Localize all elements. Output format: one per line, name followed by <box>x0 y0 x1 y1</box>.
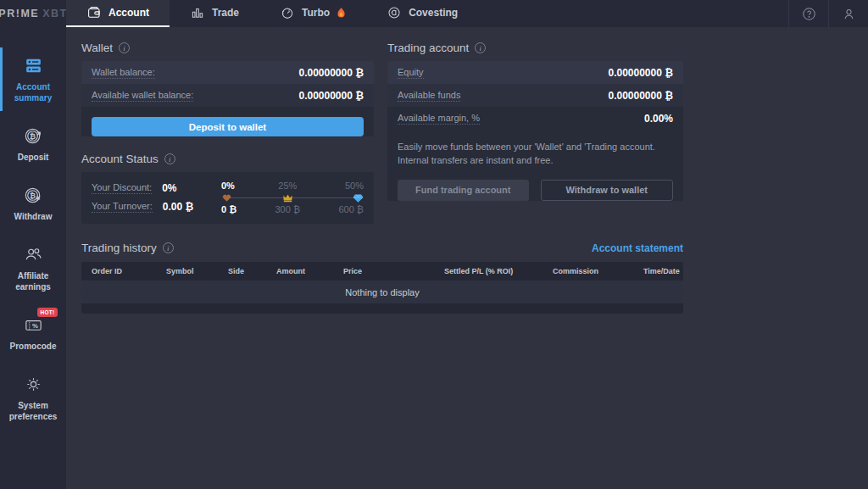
wallet-balance-label: Wallet balance: <box>92 67 155 79</box>
sidebar-item-system-preferences[interactable]: System preferences <box>0 363 66 433</box>
turnover-label: Your Turnover: <box>92 201 153 213</box>
equity-row: Equity 0.00000000 ₿ <box>387 61 683 84</box>
transfer-note: Easily move funds between your 'Wallet' … <box>398 141 673 168</box>
milestone-percent: 50% <box>345 180 364 192</box>
table-footer <box>81 303 683 314</box>
primexbt-logo[interactable]: PR!ME XBT <box>0 0 66 27</box>
available-funds-row: Available funds 0.00000000 ₿ <box>387 84 683 107</box>
fund-trading-account-button[interactable]: Fund trading account <box>398 180 529 201</box>
discount-pair: Your Discount: 0% <box>92 180 204 197</box>
account-status-title-text: Account Status <box>81 153 159 165</box>
trading-history-section-title: Trading history i <box>81 241 174 255</box>
col-side: Side <box>228 267 276 275</box>
milestone-1: 25% 300 ₿ <box>275 180 301 215</box>
milestone-2: 50% 600 ₿ <box>338 180 364 215</box>
deposit-icon: ₿ <box>23 125 44 147</box>
milestone-amount: 600 ₿ <box>338 203 364 215</box>
milestone-0: 0% 0 ₿ <box>221 180 236 215</box>
account-status-section-title: Account Status i <box>81 152 374 166</box>
trading-history-info-icon[interactable]: i <box>163 242 174 253</box>
tab-turbo[interactable]: Turbo <box>259 0 366 27</box>
sidebar-item-label: System preferences <box>3 400 64 422</box>
milestone-percent: 25% <box>278 180 297 192</box>
available-funds-value: 0.00000000 ₿ <box>608 90 673 102</box>
sidebar-item-label: Account summary <box>3 81 64 103</box>
empty-state-row: Nothing to display <box>81 281 683 303</box>
col-time-date: Time/Date <box>643 267 680 275</box>
main-nav-tabs: Account Trade Turbo Covesting <box>66 0 788 27</box>
svg-text:₿: ₿ <box>30 191 36 199</box>
available-wallet-balance-label: Available wallet balance: <box>92 90 193 102</box>
svg-text:₿: ₿ <box>30 131 36 140</box>
wallet-panel: Wallet balance: 0.00000000 ₿ Available w… <box>81 61 374 136</box>
gear-icon <box>23 373 44 395</box>
trading-account-info-icon[interactable]: i <box>475 42 486 53</box>
discount-label: Your Discount: <box>92 182 152 194</box>
col-commission: Commission <box>553 267 643 275</box>
account-status-panel: Your Discount: 0% Your Turnover: 0.00 ₿ … <box>81 172 374 224</box>
deposit-to-wallet-button[interactable]: Deposit to wallet <box>92 117 364 136</box>
trading-account-panel: Equity 0.00000000 ₿ Available funds 0.00… <box>387 61 683 201</box>
tab-covesting-label: Covesting <box>409 7 458 19</box>
turnover-pair: Your Turnover: 0.00 ₿ <box>92 198 204 215</box>
tab-trade-label: Trade <box>212 7 239 19</box>
col-amount: Amount <box>276 267 343 275</box>
trading-account-title-text: Trading account <box>387 42 469 54</box>
turnover-value: 0.00 ₿ <box>163 201 193 213</box>
user-icon <box>841 6 857 22</box>
sidebar-item-promocode[interactable]: % HOT! Promocode <box>0 303 66 363</box>
available-margin-label: Available margin, % <box>398 113 480 125</box>
milestone-amount: 300 ₿ <box>275 203 301 215</box>
col-price: Price <box>343 267 444 275</box>
withdraw-to-wallet-button[interactable]: Withdraw to wallet <box>541 180 674 201</box>
wallet-icon <box>86 5 102 20</box>
sidebar: Account summary ₿ Deposit ₿ Withdraw Aff… <box>0 27 66 489</box>
gold-crown-icon <box>282 192 293 203</box>
main-content: Wallet i Wallet balance: 0.00000000 ₿ Av… <box>66 27 868 489</box>
account-summary-icon <box>23 54 44 76</box>
flame-icon <box>337 8 346 19</box>
milestone-percent: 0% <box>221 180 235 192</box>
sidebar-item-withdraw[interactable]: ₿ Withdraw <box>0 174 66 233</box>
logo-secondary: XBT <box>42 8 68 19</box>
available-margin-value: 0.00% <box>644 113 673 125</box>
available-funds-label: Available funds <box>398 90 460 102</box>
col-symbol: Symbol <box>166 267 228 275</box>
tab-turbo-label: Turbo <box>302 7 330 19</box>
tab-trade[interactable]: Trade <box>170 0 259 27</box>
sidebar-item-account-summary[interactable]: Account summary <box>0 44 66 114</box>
account-statement-link[interactable]: Account statement <box>592 242 683 254</box>
wallet-title-text: Wallet <box>81 42 113 54</box>
col-settled-pl: Settled P/L (% ROI) <box>444 267 553 275</box>
sidebar-item-deposit[interactable]: ₿ Deposit <box>0 114 66 174</box>
status-values: Your Discount: 0% Your Turnover: 0.00 ₿ <box>92 180 204 215</box>
promocode-icon: % HOT! <box>23 314 44 336</box>
sidebar-item-affiliate-earnings[interactable]: Affiliate earnings <box>0 233 66 303</box>
available-wallet-balance-value: 0.00000000 ₿ <box>298 90 364 102</box>
table-header-row: Order ID Symbol Side Amount Price Settle… <box>81 262 683 281</box>
trading-history-table: Order ID Symbol Side Amount Price Settle… <box>81 262 683 314</box>
sidebar-item-label: Withdraw <box>14 211 53 222</box>
profile-button[interactable] <box>828 0 868 27</box>
milestone-amount: 0 ₿ <box>221 203 236 215</box>
covesting-icon <box>387 5 402 20</box>
tab-covesting[interactable]: Covesting <box>366 0 478 27</box>
equity-value: 0.00000000 ₿ <box>608 67 673 79</box>
wallet-balance-value: 0.00000000 ₿ <box>298 67 364 79</box>
wallet-info-icon[interactable]: i <box>119 42 130 53</box>
bar-chart-icon <box>190 5 205 20</box>
col-order-id: Order ID <box>92 267 166 275</box>
sidebar-item-label: Promocode <box>9 341 56 352</box>
empty-state-text: Nothing to display <box>345 287 419 297</box>
hot-badge: HOT! <box>37 308 57 317</box>
affiliate-icon <box>23 243 44 265</box>
help-button[interactable] <box>788 0 828 27</box>
discount-value: 0% <box>162 182 176 194</box>
tab-account[interactable]: Account <box>66 0 170 27</box>
topbar-actions <box>788 0 868 27</box>
bronze-hands-icon <box>221 192 232 203</box>
withdraw-icon: ₿ <box>23 184 44 206</box>
account-status-info-icon[interactable]: i <box>164 153 175 164</box>
discount-milestones: 0% 0 ₿ 25% 300 ₿ 50% <box>221 180 364 215</box>
sidebar-item-label: Deposit <box>18 152 49 163</box>
